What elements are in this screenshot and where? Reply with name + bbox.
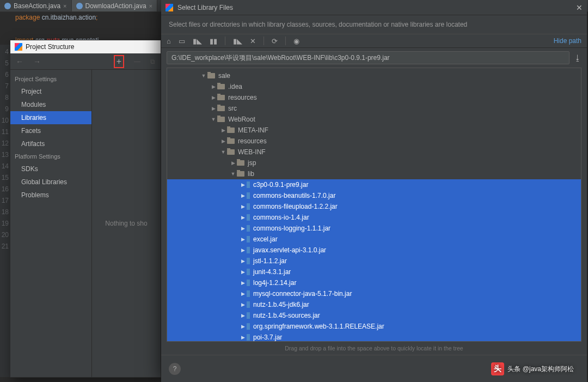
tree-node[interactable]: ▶nutz-1.b.45-jdk6.jar — [167, 299, 581, 310]
show-hidden-icon[interactable]: ◉ — [293, 37, 299, 45]
chevron-right-icon[interactable]: ▶ — [239, 193, 247, 198]
drag-hint: Drag and drop a file into the space abov… — [161, 342, 587, 355]
dialog-titlebar[interactable]: Select Library Files ✕ — [161, 0, 587, 15]
sidebar-item-sdks[interactable]: SDKs — [10, 162, 91, 175]
sidebar-item-libraries[interactable]: Libraries — [10, 111, 91, 124]
tree-node[interactable]: ▶mysql-connector-java-5.1.7-bin.jar — [167, 288, 581, 299]
history-icon[interactable]: ⭳ — [574, 53, 581, 62]
add-button[interactable]: + — [117, 57, 121, 66]
tree-node[interactable]: ▶resources — [167, 136, 581, 147]
chevron-right-icon[interactable]: ▶ — [219, 128, 227, 133]
chevron-right-icon[interactable]: ▶ — [219, 138, 227, 144]
tree-label: org.springframework.web-3.1.1.RELEASE.ja… — [253, 323, 384, 330]
chevron-down-icon[interactable]: ▼ — [219, 149, 227, 155]
tree-label: log4j-1.2.14.jar — [253, 279, 296, 287]
home-icon[interactable]: ⌂ — [167, 37, 171, 45]
chevron-right-icon[interactable]: ▶ — [239, 258, 247, 264]
jar-icon — [247, 247, 250, 253]
desktop-icon[interactable]: ▭ — [179, 37, 185, 45]
folder-icon — [217, 84, 225, 89]
project-structure-panel: Project Structure ← → + — ⧉ Project Sett… — [10, 40, 161, 378]
chevron-right-icon[interactable]: ▶ — [239, 247, 247, 253]
java-class-icon — [4, 3, 11, 9]
tree-label: junit-4.3.1.jar — [253, 268, 291, 276]
chevron-right-icon[interactable]: ▶ — [210, 84, 217, 89]
chevron-right-icon[interactable]: ▶ — [210, 95, 217, 100]
chevron-right-icon[interactable]: ▶ — [239, 302, 247, 307]
tree-node[interactable]: ▶javax.servlet-api-3.1.0.jar — [167, 245, 581, 256]
chevron-right-icon[interactable]: ▶ — [239, 335, 247, 340]
delete-icon[interactable]: ✕ — [250, 37, 256, 45]
chevron-right-icon[interactable]: ▶ — [239, 291, 247, 296]
tree-node[interactable]: ▶nutz-1.b.45-sources.jar — [167, 310, 581, 321]
tree-node[interactable]: ▶junit-4.3.1.jar — [167, 266, 581, 277]
jar-icon — [247, 334, 250, 341]
chevron-down-icon[interactable]: ▼ — [200, 73, 207, 78]
tree-node[interactable]: ▶jstl-1.1.2.jar — [167, 256, 581, 266]
tree-node[interactable]: ▶jsp — [167, 157, 581, 168]
chevron-down-icon[interactable]: ▼ — [210, 117, 217, 122]
sidebar-item-global-libraries[interactable]: Global Libraries — [10, 175, 91, 189]
chevron-right-icon[interactable]: ▶ — [229, 160, 237, 166]
close-icon[interactable]: × — [63, 3, 66, 9]
tree-node[interactable]: ▼sale — [167, 70, 581, 81]
tree-node[interactable]: ▶log4j-1.2.14.jar — [167, 277, 581, 288]
panel-toolbar: ← → + — ⧉ — [10, 53, 161, 70]
file-tree-scroll[interactable]: ▼sale▶.idea▶resources▶src▼WebRoot▶META-I… — [167, 68, 581, 341]
chevron-down-icon[interactable]: ▼ — [229, 171, 237, 177]
sidebar-item-project[interactable]: Project — [10, 85, 91, 98]
folder-icon — [227, 149, 235, 155]
jar-icon — [247, 301, 250, 308]
sidebar-item-artifacts[interactable]: Artifacts — [10, 137, 91, 150]
tree-label: commons-beanutils-1.7.0.jar — [253, 192, 335, 199]
tree-node[interactable]: ▶commons-logging-1.1.1.jar — [167, 223, 581, 234]
sidebar-item-facets[interactable]: Facets — [10, 124, 91, 137]
tree-node[interactable]: ▶commons-io-1.4.jar — [167, 212, 581, 223]
tree-node[interactable]: ▶src — [167, 103, 581, 114]
chevron-right-icon[interactable]: ▶ — [239, 182, 247, 187]
tree-node[interactable]: ▶commons-beanutils-1.7.0.jar — [167, 190, 581, 201]
chevron-right-icon[interactable]: ▶ — [239, 204, 247, 209]
tree-node[interactable]: ▶c3p0-0.9.1-pre9.jar — [167, 179, 581, 190]
chevron-right-icon[interactable]: ▶ — [239, 226, 247, 231]
tree-node[interactable]: ▶excel.jar — [167, 234, 581, 245]
tree-label: poi-3.7.jar — [253, 334, 282, 341]
tab-downloadaction[interactable]: DownloadAction.java × — [72, 0, 158, 11]
tree-node[interactable]: ▼WebRoot — [167, 114, 581, 125]
sidebar-item-modules[interactable]: Modules — [10, 98, 91, 111]
chevron-right-icon[interactable]: ▶ — [239, 215, 247, 220]
tree-node[interactable]: ▶commons-fileupload-1.2.2.jar — [167, 201, 581, 212]
tree-node[interactable]: ▶META-INF — [167, 125, 581, 136]
chevron-right-icon[interactable]: ▶ — [239, 269, 247, 275]
tree-node[interactable]: ▶poi-3.7.jar — [167, 332, 581, 341]
chevron-right-icon[interactable]: ▶ — [239, 237, 247, 242]
tree-node[interactable]: ▼lib — [167, 168, 581, 179]
help-button[interactable]: ? — [169, 363, 181, 375]
editor-gutter: 123456789101112131415161718192021 — [0, 12, 10, 377]
new-folder-icon[interactable]: ▮◣ — [233, 37, 242, 45]
project-icon[interactable]: ▮◣ — [193, 37, 202, 45]
tree-node[interactable]: ▶org.springframework.web-3.1.1.RELEASE.j… — [167, 321, 581, 332]
module-icon[interactable]: ▮▮ — [210, 37, 217, 45]
dialog-footer: ? — [161, 355, 587, 382]
hide-path-link[interactable]: Hide path — [554, 37, 581, 45]
close-icon[interactable]: × — [149, 3, 152, 9]
copy-icon: ⧉ — [150, 58, 155, 65]
tree-node[interactable]: ▼WEB-INF — [167, 147, 581, 157]
chevron-right-icon[interactable]: ▶ — [210, 106, 217, 111]
sidebar-item-problems[interactable]: Problems — [10, 189, 91, 202]
path-input[interactable] — [167, 51, 569, 64]
chevron-right-icon[interactable]: ▶ — [239, 324, 247, 329]
tab-baseaction[interactable]: BaseAction.java × — [0, 0, 72, 11]
tree-label: commons-io-1.4.jar — [253, 214, 309, 221]
refresh-icon[interactable]: ⟳ — [272, 37, 278, 45]
back-button[interactable]: ← — [16, 57, 23, 66]
chevron-right-icon[interactable]: ▶ — [239, 280, 247, 286]
folder-icon — [227, 138, 235, 144]
tree-node[interactable]: ▶resources — [167, 92, 581, 103]
tree-node[interactable]: ▶.idea — [167, 81, 581, 92]
chevron-right-icon[interactable]: ▶ — [239, 313, 247, 318]
close-icon[interactable]: ✕ — [576, 3, 583, 12]
forward-button[interactable]: → — [33, 57, 41, 66]
folder-icon — [217, 106, 225, 111]
